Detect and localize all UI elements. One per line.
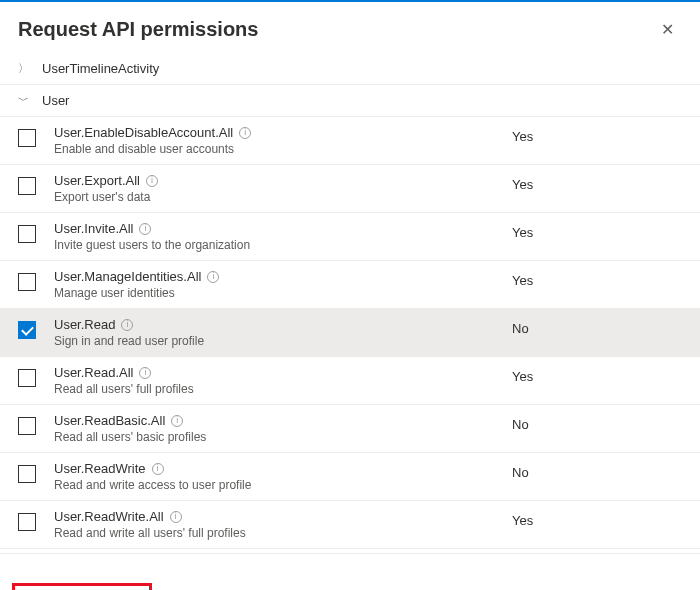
permission-row: User.EnableDisableAccount.Alli Enable an…	[0, 117, 700, 165]
permission-row: User.Readi Sign in and read user profile…	[0, 309, 700, 357]
permission-row: User.ReadBasic.Alli Read all users' basi…	[0, 405, 700, 453]
permissions-list: User.EnableDisableAccount.Alli Enable an…	[0, 117, 700, 549]
admin-consent-value: Yes	[512, 221, 682, 240]
permission-description: Invite guest users to the organization	[54, 238, 502, 252]
admin-consent-value: No	[512, 413, 682, 432]
permission-description: Enable and disable user accounts	[54, 142, 502, 156]
info-icon[interactable]: i	[170, 511, 182, 523]
panel-header: Request API permissions ✕	[0, 2, 700, 53]
permission-name: User.EnableDisableAccount.All	[54, 125, 233, 140]
info-icon[interactable]: i	[171, 415, 183, 427]
permission-description: Export user's data	[54, 190, 502, 204]
permission-description: Read all users' basic profiles	[54, 430, 502, 444]
info-icon[interactable]: i	[146, 175, 158, 187]
info-icon[interactable]: i	[207, 271, 219, 283]
request-api-permissions-panel: Request API permissions ✕ 〉 UserTimeline…	[0, 0, 700, 590]
permission-name: User.ReadWrite	[54, 461, 146, 476]
info-icon[interactable]: i	[239, 127, 251, 139]
permission-checkbox[interactable]	[18, 273, 36, 291]
group-usertimelineactivity[interactable]: 〉 UserTimelineActivity	[0, 53, 700, 85]
permission-checkbox[interactable]	[18, 513, 36, 531]
permission-description: Sign in and read user profile	[54, 334, 502, 348]
info-icon[interactable]: i	[152, 463, 164, 475]
permission-description: Manage user identities	[54, 286, 502, 300]
admin-consent-value: Yes	[512, 125, 682, 144]
permission-row: User.Export.Alli Export user's data Yes	[0, 165, 700, 213]
admin-consent-value: Yes	[512, 173, 682, 192]
close-icon: ✕	[661, 21, 674, 38]
permission-name: User.Read	[54, 317, 115, 332]
permission-checkbox[interactable]	[18, 465, 36, 483]
annotation-highlight: Add permissions	[12, 583, 152, 590]
chevron-down-icon: ﹀	[18, 93, 34, 108]
footer-separator	[0, 553, 700, 579]
permission-name: User.ManageIdentities.All	[54, 269, 201, 284]
permission-row: User.ManageIdentities.Alli Manage user i…	[0, 261, 700, 309]
admin-consent-value: Yes	[512, 269, 682, 288]
permission-name: User.ReadWrite.All	[54, 509, 164, 524]
permission-description: Read and write all users' full profiles	[54, 526, 502, 540]
permission-name: User.ReadBasic.All	[54, 413, 165, 428]
info-icon[interactable]: i	[121, 319, 133, 331]
chevron-right-icon: 〉	[18, 61, 34, 76]
permission-description: Read all users' full profiles	[54, 382, 502, 396]
group-label: UserTimelineActivity	[42, 61, 159, 76]
permission-row: User.ReadWrite.Alli Read and write all u…	[0, 501, 700, 549]
permission-name: User.Read.All	[54, 365, 133, 380]
admin-consent-value: Yes	[512, 509, 682, 528]
permission-row: User.Read.Alli Read all users' full prof…	[0, 357, 700, 405]
admin-consent-value: No	[512, 461, 682, 480]
permission-checkbox[interactable]	[18, 321, 36, 339]
permission-checkbox[interactable]	[18, 417, 36, 435]
permission-description: Read and write access to user profile	[54, 478, 502, 492]
admin-consent-value: No	[512, 317, 682, 336]
permission-checkbox[interactable]	[18, 177, 36, 195]
permission-checkbox[interactable]	[18, 129, 36, 147]
group-user[interactable]: ﹀ User	[0, 85, 700, 117]
info-icon[interactable]: i	[139, 223, 151, 235]
permission-row: User.ReadWritei Read and write access to…	[0, 453, 700, 501]
permission-name: User.Export.All	[54, 173, 140, 188]
panel-title: Request API permissions	[18, 18, 258, 41]
info-icon[interactable]: i	[139, 367, 151, 379]
panel-footer: Add permissions Discard	[0, 579, 700, 590]
permission-row: User.Invite.Alli Invite guest users to t…	[0, 213, 700, 261]
permission-name: User.Invite.All	[54, 221, 133, 236]
admin-consent-value: Yes	[512, 365, 682, 384]
permission-checkbox[interactable]	[18, 369, 36, 387]
group-label: User	[42, 93, 69, 108]
close-button[interactable]: ✕	[653, 16, 682, 43]
permission-checkbox[interactable]	[18, 225, 36, 243]
